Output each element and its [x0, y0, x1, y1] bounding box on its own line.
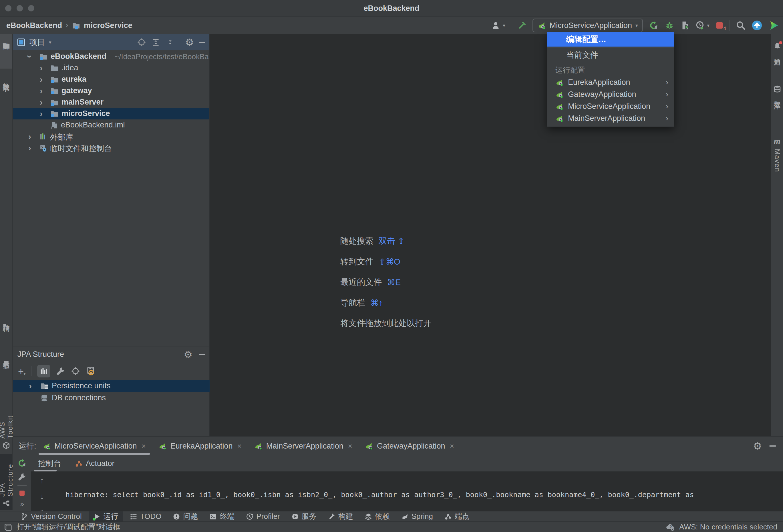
- add-icon[interactable]: +▾: [18, 366, 26, 377]
- user-account-icon[interactable]: ▾: [491, 21, 505, 30]
- shortcut-keys[interactable]: ⇧⌘O: [379, 257, 400, 267]
- tree-row-mainserver[interactable]: › mainServer: [13, 97, 209, 108]
- tree-row-iml[interactable]: eBookBackend.iml: [13, 120, 209, 131]
- soft-wrap-icon[interactable]: »: [40, 507, 43, 511]
- tool-window-layout-icon[interactable]: [4, 523, 12, 531]
- stripe-item-maven[interactable]: m Maven: [771, 133, 783, 181]
- stop-icon[interactable]: [19, 490, 26, 497]
- tree-row-root[interactable]: › eBookBackend ~/IdeaProjects/test/eBook…: [13, 51, 209, 62]
- toolbar-item-profiler[interactable]: Profiler: [241, 511, 284, 522]
- toolbar-item-endpoints[interactable]: 端点: [440, 511, 474, 522]
- console-output[interactable]: ↑ ↓ » hibernate: select book0_.id as id1…: [31, 471, 783, 511]
- jpa-row-persistence-units[interactable]: › Persistence units: [13, 380, 210, 392]
- stop-icon[interactable]: 4: [715, 21, 724, 30]
- breadcrumb-project[interactable]: eBookBackend: [6, 21, 62, 30]
- menu-item-current-file[interactable]: 当前文件: [547, 48, 674, 62]
- project-view-caret-icon[interactable]: ▾: [49, 39, 52, 45]
- close-icon[interactable]: ×: [142, 442, 146, 451]
- search-everywhere-icon[interactable]: [735, 20, 746, 31]
- db-preview-icon[interactable]: [86, 366, 95, 376]
- chevron-right-icon[interactable]: ›: [28, 132, 31, 141]
- update-available-icon[interactable]: [752, 20, 762, 31]
- close-icon[interactable]: ×: [348, 442, 352, 451]
- expand-all-icon[interactable]: [151, 38, 160, 47]
- hide-panel-icon[interactable]: [769, 445, 776, 446]
- close-icon[interactable]: ×: [237, 442, 241, 451]
- menu-item-edit-configurations[interactable]: 编辑配置…: [547, 32, 674, 46]
- breadcrumb-module[interactable]: microService: [84, 21, 132, 30]
- stripe-item-bookmarks[interactable]: 书签: [0, 353, 12, 387]
- console-tab[interactable]: 控制台: [31, 456, 68, 471]
- gear-icon[interactable]: ⚙: [185, 37, 194, 48]
- chevron-right-icon[interactable]: ›: [40, 87, 42, 95]
- run-tab-gateway[interactable]: GatewayApplication ×: [358, 437, 461, 456]
- shortcut-keys[interactable]: 双击 ⇧: [379, 235, 404, 247]
- chevron-down-icon[interactable]: ›: [26, 55, 34, 58]
- toolbar-item-dependencies[interactable]: 依赖: [360, 511, 394, 522]
- toolbar-item-services[interactable]: 服务: [287, 511, 321, 522]
- build-hammer-icon[interactable]: [517, 21, 527, 30]
- menu-item-microservice-application[interactable]: MicroServiceApplication ›: [547, 100, 674, 112]
- stripe-item-jpa-structure[interactable]: JPA Structure: [0, 454, 12, 510]
- shortcut-hint-goto-file: 转到文件 ⇧⌘O: [340, 256, 400, 267]
- rerun-icon[interactable]: [17, 458, 27, 468]
- close-icon[interactable]: ×: [450, 442, 454, 451]
- chevron-right-icon[interactable]: ›: [40, 109, 42, 118]
- actuator-tab[interactable]: Actuator: [68, 456, 122, 471]
- jpa-row-db-connections[interactable]: DB connections: [13, 392, 210, 404]
- run-tab-microservice[interactable]: MicroServiceApplication ×: [36, 437, 152, 456]
- debug-bug-icon[interactable]: [665, 21, 674, 30]
- stripe-item-database[interactable]: 数据库: [771, 81, 783, 129]
- shortcut-keys[interactable]: ⌘E: [387, 277, 401, 287]
- hide-panel-icon[interactable]: [199, 42, 205, 43]
- more-actions-icon[interactable]: »: [20, 500, 24, 508]
- tree-row-scratches[interactable]: › 临时文件和控制台: [13, 142, 209, 154]
- menu-item-eureka-application[interactable]: EurekaApplication ›: [547, 76, 674, 88]
- toolbar-item-version-control[interactable]: Version Control: [16, 511, 86, 522]
- hide-panel-icon[interactable]: [199, 354, 205, 355]
- scroll-up-icon[interactable]: ↑: [40, 476, 44, 485]
- menu-item-mainserver-application[interactable]: MainServerApplication ›: [547, 112, 674, 124]
- locate-icon[interactable]: [71, 367, 80, 376]
- tree-row-external-libraries[interactable]: › 外部库: [13, 131, 209, 142]
- run-tab-mainserver[interactable]: MainServerApplication ×: [248, 437, 358, 456]
- shortcut-keys[interactable]: ⌘↑: [370, 298, 383, 308]
- tree-row-idea[interactable]: › .idea: [13, 62, 209, 74]
- tree-row-microservice-selected[interactable]: › microService: [13, 108, 209, 120]
- chevron-right-icon[interactable]: ›: [28, 144, 31, 152]
- toolbar-item-run[interactable]: 运行: [89, 511, 123, 522]
- chevron-right-icon[interactable]: ›: [29, 382, 32, 390]
- stripe-item-aws-toolkit[interactable]: AWS Toolkit: [0, 393, 12, 453]
- chevron-right-icon[interactable]: ›: [40, 75, 42, 84]
- menu-item-gateway-application[interactable]: GatewayApplication ›: [547, 88, 674, 100]
- gear-icon[interactable]: ⚙: [184, 349, 192, 360]
- toolbar-item-terminal[interactable]: 终端: [205, 511, 239, 522]
- chevron-right-icon[interactable]: ›: [40, 64, 42, 72]
- stripe-item-project[interactable]: 项目: [0, 34, 12, 69]
- locate-file-icon[interactable]: [137, 38, 146, 47]
- chevron-right-icon[interactable]: ›: [40, 98, 42, 107]
- toolbar-item-build[interactable]: 构建: [323, 511, 358, 522]
- stripe-item-notifications[interactable]: 通知: [771, 39, 783, 78]
- toolbar-item-todo[interactable]: TODO: [125, 511, 166, 522]
- run-tab-eureka[interactable]: EurekaApplication ×: [152, 437, 248, 456]
- toolbar-item-spring[interactable]: Spring: [397, 511, 438, 522]
- wrench-icon[interactable]: [18, 473, 26, 481]
- gear-icon[interactable]: ⚙: [753, 440, 762, 452]
- scroll-down-icon[interactable]: ↓: [40, 492, 44, 501]
- run-with-coverage-icon[interactable]: [680, 21, 690, 30]
- jpa-diagram-toggle-icon[interactable]: [37, 365, 50, 377]
- tree-row-gateway[interactable]: › gateway: [13, 85, 209, 97]
- aws-status[interactable]: ? AWS: No credentials selected: [665, 522, 777, 532]
- collapse-all-icon[interactable]: [165, 38, 175, 47]
- stripe-item-structure[interactable]: 结构: [0, 316, 12, 348]
- stripe-item-pull-requests[interactable]: 拉取请求: [0, 74, 12, 129]
- ide-gradient-icon[interactable]: [768, 20, 779, 31]
- run-configuration-combo[interactable]: MicroServiceApplication ▾: [532, 19, 643, 32]
- rerun-icon[interactable]: [649, 20, 659, 31]
- tree-row-eureka[interactable]: › eureka: [13, 74, 209, 85]
- project-panel-title[interactable]: 项目: [29, 37, 45, 47]
- toolbar-item-problems[interactable]: 问题: [168, 511, 202, 522]
- profiler-icon[interactable]: ▾: [695, 21, 710, 30]
- wrench-icon[interactable]: [56, 367, 65, 376]
